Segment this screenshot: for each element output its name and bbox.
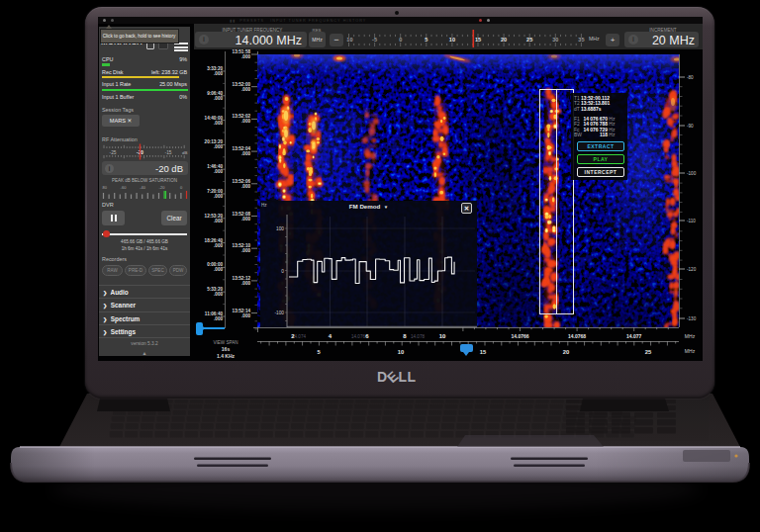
svg-text:14.0766: 14.0766 — [511, 333, 528, 339]
svg-text:20: 20 — [563, 349, 569, 355]
svg-text:-20: -20 — [159, 185, 166, 190]
svg-text:dB: dB — [182, 150, 187, 155]
svg-text:-10: -10 — [346, 37, 353, 43]
svg-text:20: 20 — [501, 37, 507, 43]
svg-text:10: 10 — [439, 333, 446, 339]
svg-text:-90: -90 — [687, 124, 694, 129]
svg-text:35: 35 — [578, 37, 584, 43]
svg-text:-80: -80 — [687, 75, 694, 80]
svg-text:-5: -5 — [372, 37, 377, 43]
svg-text:-15: -15 — [165, 150, 172, 155]
svg-text:100: 100 — [276, 226, 284, 231]
svg-text:-100: -100 — [687, 171, 697, 176]
svg-text:5: 5 — [425, 37, 428, 43]
svg-text:0: 0 — [281, 269, 284, 274]
svg-text:-120: -120 — [687, 267, 697, 272]
svg-text:L: L — [408, 369, 417, 385]
svg-text:-80: -80 — [102, 185, 108, 190]
svg-text:30: 30 — [552, 37, 558, 43]
svg-text:MHz: MHz — [685, 333, 696, 339]
svg-text:8: 8 — [403, 333, 407, 339]
svg-text:6: 6 — [365, 333, 369, 339]
svg-text:14.076: 14.076 — [351, 334, 365, 339]
svg-text:-110: -110 — [687, 219, 696, 223]
svg-text:15: 15 — [480, 349, 487, 355]
svg-text:-130: -130 — [687, 316, 697, 321]
svg-text:MHz: MHz — [685, 348, 696, 354]
svg-text:0: 0 — [399, 37, 402, 43]
svg-text:14.077: 14.077 — [626, 333, 642, 339]
svg-text:0: 0 — [180, 185, 183, 190]
svg-text:L: L — [399, 369, 408, 385]
svg-text:25: 25 — [526, 37, 532, 43]
svg-text:-40: -40 — [140, 185, 146, 190]
svg-text:4: 4 — [329, 333, 332, 339]
svg-text:-25: -25 — [110, 150, 117, 155]
svg-text:10: 10 — [398, 349, 404, 355]
svg-text:-60: -60 — [121, 185, 128, 190]
svg-text:5: 5 — [317, 349, 321, 355]
svg-text:-100: -100 — [274, 310, 284, 315]
svg-text:14.078: 14.078 — [411, 334, 425, 339]
svg-text:10: 10 — [449, 37, 455, 43]
svg-text:25: 25 — [645, 349, 652, 355]
svg-text:15: 15 — [475, 37, 481, 43]
svg-text:14.0768: 14.0768 — [568, 333, 586, 339]
